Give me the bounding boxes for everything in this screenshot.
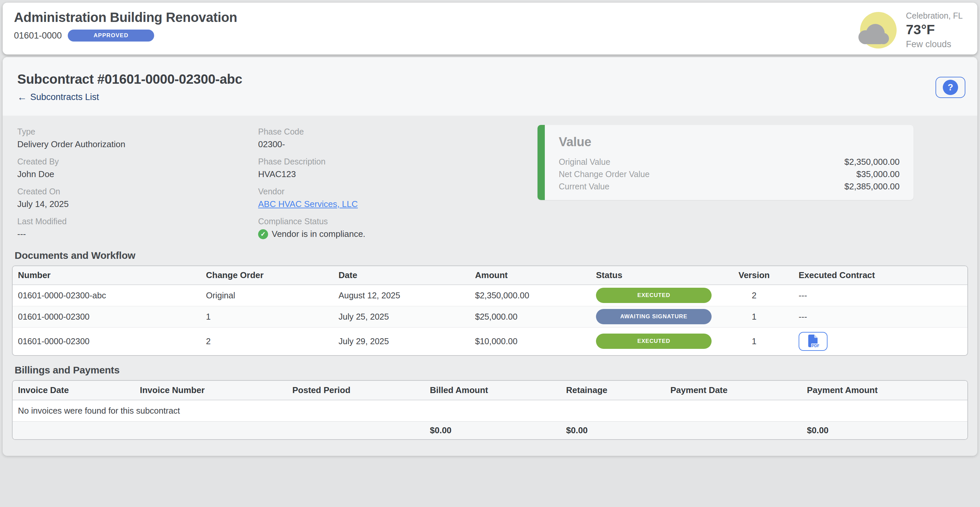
doc-version: 1	[738, 327, 799, 355]
no-invoices-row: No invoices were found for this subcontr…	[13, 400, 967, 421]
weather-condition: Few clouds	[906, 40, 963, 49]
net-change-order-value-row: Net Change Order Value $35,000.00	[559, 168, 900, 180]
net-change-order-value-amount: $35,000.00	[856, 168, 900, 180]
col-payment-date: Payment Date	[670, 381, 807, 400]
col-version: Version	[738, 266, 799, 285]
billings-totals-row: $0.00 $0.00 $0.00	[13, 421, 967, 439]
total-billed-amount: $0.00	[430, 421, 566, 439]
pdf-file-icon: PDF	[807, 334, 819, 348]
col-number: Number	[13, 266, 206, 285]
document-row: 01601-0000-02300 2 July 29, 2025 $10,000…	[13, 327, 967, 355]
help-icon: ?	[943, 80, 958, 95]
field-created-by-label: Created By	[17, 157, 125, 167]
status-badge: EXECUTED	[596, 288, 711, 303]
col-retainage: Retainage	[566, 381, 670, 400]
original-value-amount: $2,350,000.00	[845, 156, 900, 168]
doc-change-order: 1	[206, 306, 339, 327]
col-payment-amount: Payment Amount	[807, 381, 967, 400]
help-button[interactable]: ?	[935, 77, 966, 98]
col-billed-amount: Billed Amount	[430, 381, 566, 400]
page-title: Subcontract #01601-0000-02300-abc	[17, 72, 963, 87]
weather-temperature: 73°F	[906, 23, 963, 37]
subcontract-card-header: Subcontract #01601-0000-02300-abc ← Subc…	[3, 57, 977, 116]
compliance-check-icon: ✓	[258, 229, 268, 239]
doc-number: 01601-0000-02300-abc	[13, 285, 206, 306]
current-value-amount: $2,385,000.00	[845, 180, 900, 193]
doc-executed-contract: ---	[799, 285, 967, 306]
field-phase-code: Phase Code 02300-	[258, 127, 366, 149]
field-created-on-value: July 14, 2025	[17, 199, 125, 209]
col-invoice-number: Invoice Number	[140, 381, 292, 400]
back-to-subcontracts-link[interactable]: ← Subcontracts List	[17, 92, 99, 102]
field-compliance-status-value: Vendor is in compliance.	[272, 229, 366, 239]
billings-section-title: Billings and Payments	[14, 364, 968, 376]
total-retainage: $0.00	[566, 421, 670, 439]
field-phase-code-label: Phase Code	[258, 127, 366, 137]
doc-date: July 25, 2025	[339, 306, 475, 327]
field-type-label: Type	[17, 127, 125, 137]
documents-section-title: Documents and Workflow	[14, 250, 968, 261]
doc-date: August 12, 2025	[339, 285, 475, 306]
net-change-order-value-label: Net Change Order Value	[559, 168, 649, 180]
vendor-link[interactable]: ABC HVAC Services, LLC	[258, 199, 358, 209]
field-vendor: Vendor ABC HVAC Services, LLC	[258, 187, 366, 209]
original-value-label: Original Value	[559, 156, 610, 168]
field-phase-code-value: 02300-	[258, 139, 366, 149]
doc-change-order: Original	[206, 285, 339, 306]
col-amount: Amount	[475, 266, 596, 285]
col-date: Date	[339, 266, 475, 285]
svg-text:PDF: PDF	[811, 343, 819, 348]
billings-table: Invoice Date Invoice Number Posted Perio…	[12, 380, 968, 440]
executed-contract-pdf-button[interactable]: PDF	[799, 332, 827, 351]
field-created-on: Created On July 14, 2025	[17, 187, 125, 209]
project-number: 01601-0000	[14, 30, 62, 41]
total-payment-amount: $0.00	[807, 421, 967, 439]
field-type: Type Delivery Order Authorization	[17, 127, 125, 149]
col-status: Status	[596, 266, 738, 285]
project-status-badge: APPROVED	[68, 30, 154, 41]
back-arrow-icon: ←	[17, 92, 27, 102]
doc-amount: $10,000.00	[475, 327, 596, 355]
value-card-title: Value	[559, 135, 900, 149]
doc-number: 01601-0000-02300	[13, 327, 206, 355]
field-phase-description-label: Phase Description	[258, 157, 366, 167]
value-accent-bar	[538, 125, 545, 200]
subcontract-details-section: Type Delivery Order Authorization Create…	[12, 116, 968, 243]
col-change-order: Change Order	[206, 266, 339, 285]
current-value-row: Current Value $2,385,000.00	[559, 180, 900, 193]
field-vendor-label: Vendor	[258, 187, 366, 196]
subcontract-detail-card: Subcontract #01601-0000-02300-abc ← Subc…	[3, 57, 977, 456]
doc-version: 2	[738, 285, 799, 306]
documents-table: Number Change Order Date Amount Status V…	[12, 265, 968, 356]
field-last-modified-value: ---	[17, 229, 125, 239]
value-summary-card: Value Original Value $2,350,000.00 Net C…	[538, 125, 913, 200]
field-compliance-status: Compliance Status ✓ Vendor is in complia…	[258, 217, 366, 239]
col-invoice-date: Invoice Date	[13, 381, 140, 400]
few-clouds-icon	[859, 11, 898, 50]
field-compliance-status-label: Compliance Status	[258, 217, 366, 226]
col-executed-contract: Executed Contract	[799, 266, 967, 285]
doc-version: 1	[738, 306, 799, 327]
weather-widget: Celebration, FL 73°F Few clouds	[859, 3, 963, 54]
doc-amount: $2,350,000.00	[475, 285, 596, 306]
doc-amount: $25,000.00	[475, 306, 596, 327]
project-header: Administration Building Renovation 01601…	[3, 3, 977, 54]
field-last-modified: Last Modified ---	[17, 217, 125, 239]
field-created-on-label: Created On	[17, 187, 125, 196]
field-last-modified-label: Last Modified	[17, 217, 125, 226]
field-type-value: Delivery Order Authorization	[17, 139, 125, 149]
billings-section: Billings and Payments Invoice Date Invoi…	[12, 364, 968, 440]
col-posted-period: Posted Period	[292, 381, 430, 400]
weather-location: Celebration, FL	[906, 12, 963, 20]
back-link-label: Subcontracts List	[30, 92, 99, 102]
original-value-row: Original Value $2,350,000.00	[559, 156, 900, 168]
doc-date: July 29, 2025	[339, 327, 475, 355]
documents-section: Documents and Workflow Number Change Ord…	[12, 250, 968, 356]
doc-change-order: 2	[206, 327, 339, 355]
doc-executed-contract: ---	[799, 306, 967, 327]
project-title: Administration Building Renovation	[14, 10, 237, 25]
project-subheader: 01601-0000 APPROVED	[14, 30, 237, 41]
status-badge: EXECUTED	[596, 334, 711, 349]
document-row: 01601-0000-02300-abc Original August 12,…	[13, 285, 967, 306]
field-created-by-value: John Doe	[17, 169, 125, 180]
